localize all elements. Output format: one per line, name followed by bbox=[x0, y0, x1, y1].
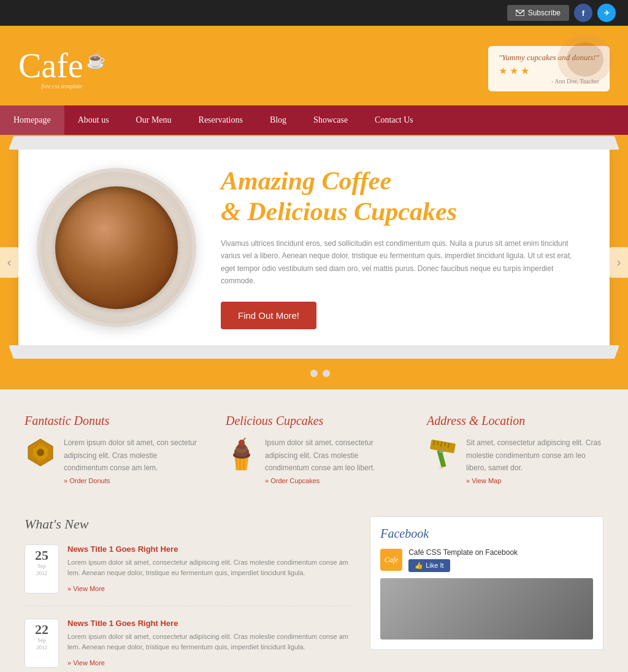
nav-showcase[interactable]: Showcase bbox=[300, 105, 361, 135]
news-headline-1: News Title 1 Goes Right Here bbox=[67, 544, 351, 554]
facebook-page-name: Café CSS Template on Facebook bbox=[408, 548, 518, 557]
header: Cafe ☕ free css template "Yummy cupcakes… bbox=[0, 26, 628, 105]
facebook-image-placeholder bbox=[380, 578, 593, 640]
hero-text-area: Amazing Coffee & Delicious Cupcakes Viva… bbox=[209, 147, 610, 348]
donut-icon bbox=[25, 437, 56, 468]
features-section: Fantastic Donuts Lorem ipsum dolor sit a… bbox=[0, 389, 628, 503]
twitter-button[interactable]: ✈ bbox=[597, 4, 616, 22]
slider-dot-1[interactable] bbox=[298, 370, 305, 377]
envelope-icon bbox=[516, 10, 524, 16]
facebook-page-row: Cafe Café CSS Template on Facebook 👍 Lik… bbox=[380, 548, 593, 572]
svg-point-2 bbox=[567, 42, 603, 77]
feature-address: Address & Location Sit amet bbox=[427, 414, 603, 485]
slider-dot-2[interactable] bbox=[310, 370, 318, 377]
facebook-avatar: Cafe bbox=[380, 549, 402, 571]
slider-dots bbox=[0, 360, 628, 389]
facebook-button[interactable]: f bbox=[574, 4, 592, 22]
feature-donuts-text: Lorem ipsum dolor sit amet, con sectetur… bbox=[64, 437, 201, 474]
news-link-2[interactable]: View More bbox=[67, 659, 105, 666]
news-day-1: 25 bbox=[28, 549, 56, 562]
logo-text: Cafe bbox=[18, 48, 83, 83]
ruler-pencil-icon bbox=[427, 437, 459, 468]
feature-cupcakes-body: Ipsum dolor sit amet, consectetur adipis… bbox=[226, 437, 402, 485]
nav-reservations[interactable]: Reservations bbox=[185, 105, 256, 135]
coffee-cup-icon: ☕ bbox=[86, 51, 105, 70]
nav-blog[interactable]: Blog bbox=[256, 105, 300, 135]
nav-contact[interactable]: Contact Us bbox=[361, 105, 427, 135]
logo-subtitle: free css template bbox=[18, 83, 105, 90]
news-month-1: Sep 2012 bbox=[28, 562, 56, 578]
news-date-box-2: 22 Sep 2012 bbox=[25, 619, 59, 668]
news-text-1: Lorem ipsum dolor sit amet, consectetur … bbox=[67, 557, 351, 579]
feature-address-text: Sit amet, consectetur adipiscing elit. C… bbox=[466, 437, 603, 474]
header-decoration bbox=[554, 32, 616, 90]
top-bar: Subscribe f ✈ bbox=[0, 0, 628, 26]
feature-address-link[interactable]: View Map bbox=[466, 477, 501, 484]
feature-donuts-body: Lorem ipsum dolor sit amet, con sectetur… bbox=[25, 437, 201, 485]
news-content-2: News Title 1 Goes Right Here Lorem ipsum… bbox=[67, 619, 351, 668]
nav-about[interactable]: About us bbox=[64, 105, 123, 135]
thumbs-up-icon: 👍 bbox=[415, 562, 423, 570]
main-navigation: Homepage About us Our Menu Reservations … bbox=[0, 105, 628, 135]
news-day-2: 22 bbox=[28, 623, 56, 636]
facebook-like-button[interactable]: 👍 Like It bbox=[408, 559, 450, 572]
news-month-2: Sep 2012 bbox=[28, 636, 56, 652]
whats-new-section: What's New 25 Sep 2012 News Title 1 Goes… bbox=[0, 504, 628, 672]
logo: Cafe ☕ free css template bbox=[18, 48, 105, 90]
feature-address-body: Sit amet, consectetur adipiscing elit. C… bbox=[427, 437, 603, 485]
nav-menu[interactable]: Our Menu bbox=[123, 105, 185, 135]
whats-new-title: What's New bbox=[25, 516, 351, 532]
facebook-title: Facebook bbox=[380, 527, 593, 541]
hero-prev-button[interactable]: ‹ bbox=[0, 247, 18, 278]
feature-cupcakes-title: Delicious Cupcakes bbox=[226, 414, 402, 428]
hero-title: Amazing Coffee & Delicious Cupcakes bbox=[221, 166, 585, 227]
cupcake-icon bbox=[226, 437, 258, 472]
news-link-1[interactable]: View More bbox=[67, 585, 105, 592]
feature-donuts-link[interactable]: Order Donuts bbox=[64, 477, 110, 484]
feature-address-title: Address & Location bbox=[427, 414, 603, 428]
feature-cupcakes: Delicious Cupcakes bbox=[226, 414, 402, 485]
feature-cupcakes-text: Ipsum dolor sit amet, consectetur adipis… bbox=[265, 437, 402, 474]
feature-donuts-title: Fantastic Donuts bbox=[25, 414, 201, 428]
hero-next-button[interactable]: › bbox=[610, 247, 628, 278]
news-content-1: News Title 1 Goes Right Here Lorem ipsum… bbox=[67, 544, 351, 594]
find-out-more-button[interactable]: Find Out More! bbox=[221, 302, 316, 329]
subscribe-button[interactable]: Subscribe bbox=[507, 5, 569, 21]
news-text-2: Lorem ipsum dolor sit amet, consectetur … bbox=[67, 632, 351, 653]
slider-dot-3[interactable] bbox=[323, 370, 330, 377]
feature-donuts: Fantastic Donuts Lorem ipsum dolor sit a… bbox=[25, 414, 201, 485]
news-date-box-1: 25 Sep 2012 bbox=[25, 544, 59, 594]
hero-description: Vivamus ultrices tincidunt eros, sed sol… bbox=[221, 237, 585, 288]
hero-section: ‹ › Amazing Coffee & Delicious Cupcakes … bbox=[0, 135, 628, 389]
coffee-cup-image bbox=[37, 168, 196, 327]
facebook-widget: Facebook Cafe Café CSS Template on Faceb… bbox=[370, 516, 603, 650]
news-item-1: 25 Sep 2012 News Title 1 Goes Right Here… bbox=[25, 544, 351, 606]
news-item-2: 22 Sep 2012 News Title 1 Goes Right Here… bbox=[25, 619, 351, 672]
feature-cupcakes-link[interactable]: Order Cupcakes bbox=[265, 477, 320, 484]
hero-content: Amazing Coffee & Delicious Cupcakes Viva… bbox=[18, 147, 610, 348]
news-headline-2: News Title 1 Goes Right Here bbox=[67, 619, 351, 628]
nav-homepage[interactable]: Homepage bbox=[0, 105, 64, 135]
news-column: What's New 25 Sep 2012 News Title 1 Goes… bbox=[25, 516, 351, 672]
facebook-column: Facebook Cafe Café CSS Template on Faceb… bbox=[370, 516, 603, 672]
